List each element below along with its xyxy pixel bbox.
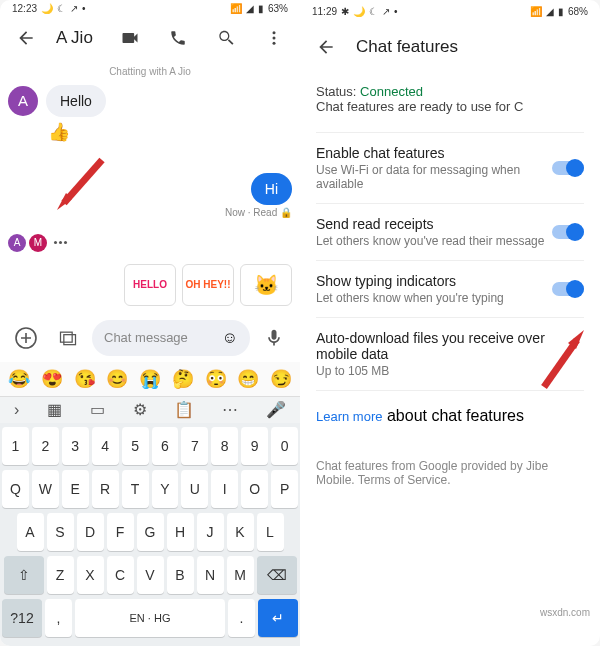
key-comma[interactable]: ,: [45, 599, 72, 637]
key-9[interactable]: 9: [241, 427, 268, 465]
key-l[interactable]: L: [257, 513, 284, 551]
search-button[interactable]: [208, 20, 244, 56]
key-i[interactable]: I: [211, 470, 238, 508]
sticker-cat[interactable]: 🐱: [240, 264, 292, 306]
svg-point-1: [273, 36, 276, 39]
key-h[interactable]: H: [167, 513, 194, 551]
back-button[interactable]: [308, 29, 344, 65]
learn-more-link[interactable]: Learn more: [316, 409, 382, 424]
key-o[interactable]: O: [241, 470, 268, 508]
key-r[interactable]: R: [92, 470, 119, 508]
setting-typing-indicators[interactable]: Show typing indicators Let others know w…: [316, 260, 584, 317]
contact-avatar[interactable]: A: [8, 86, 38, 116]
key-6[interactable]: 6: [152, 427, 179, 465]
setting-title: Enable chat features: [316, 145, 552, 161]
key-d[interactable]: D: [77, 513, 104, 551]
emoji-item[interactable]: 😊: [106, 368, 128, 390]
key-j[interactable]: J: [197, 513, 224, 551]
toggle-typing-indicators[interactable]: [552, 281, 584, 297]
emoji-item[interactable]: 😂: [8, 368, 30, 390]
wifi-icon: 📶: [530, 6, 542, 17]
key-enter[interactable]: ↵: [258, 599, 298, 637]
dnd-icon: ☾: [369, 6, 378, 17]
signal-icon: ◢: [246, 3, 254, 14]
notif-icon: ✱: [341, 6, 349, 17]
video-call-button[interactable]: [112, 20, 148, 56]
key-space[interactable]: EN · HG: [75, 599, 225, 637]
key-5[interactable]: 5: [122, 427, 149, 465]
outgoing-message[interactable]: Hi: [251, 173, 292, 205]
toggle-enable-chat[interactable]: [552, 160, 584, 176]
key-v[interactable]: V: [137, 556, 164, 594]
kb-settings-icon[interactable]: ⚙: [133, 400, 147, 419]
key-y[interactable]: Y: [152, 470, 179, 508]
emoji-item[interactable]: 😍: [41, 368, 63, 390]
emoji-item[interactable]: 😭: [139, 368, 161, 390]
chat-area: Chatting with A Jio A Hello 👍 Hi Now · R…: [0, 58, 300, 314]
key-s[interactable]: S: [47, 513, 74, 551]
key-w[interactable]: W: [32, 470, 59, 508]
emoji-item[interactable]: 😁: [237, 368, 259, 390]
sticker-hello[interactable]: HELLO: [124, 264, 176, 306]
key-q[interactable]: Q: [2, 470, 29, 508]
reaction-emoji[interactable]: 👍: [48, 121, 292, 143]
key-3[interactable]: 3: [62, 427, 89, 465]
keyboard-toolbar: › ▦ ▭ ⚙ 📋 ⋯ 🎤: [0, 396, 300, 423]
key-g[interactable]: G: [137, 513, 164, 551]
emoji-item[interactable]: 😘: [74, 368, 96, 390]
setting-enable-chat[interactable]: Enable chat features Use Wi-Fi or data f…: [316, 132, 584, 203]
key-m[interactable]: M: [227, 556, 254, 594]
key-8[interactable]: 8: [211, 427, 238, 465]
key-n[interactable]: N: [197, 556, 224, 594]
kb-chevron-icon[interactable]: ›: [14, 401, 19, 419]
emoji-item[interactable]: 😳: [205, 368, 227, 390]
key-0[interactable]: 0: [271, 427, 298, 465]
setting-title: Show typing indicators: [316, 273, 552, 289]
key-7[interactable]: 7: [181, 427, 208, 465]
kb-more-icon[interactable]: ⋯: [222, 400, 238, 419]
key-k[interactable]: K: [227, 513, 254, 551]
key-shift[interactable]: ⇧: [4, 556, 44, 594]
compose-input[interactable]: Chat message ☺: [92, 320, 250, 356]
chat-title[interactable]: A Jio: [56, 28, 100, 48]
key-4[interactable]: 4: [92, 427, 119, 465]
sticker-hey[interactable]: OH HEY!!: [182, 264, 234, 306]
key-backspace[interactable]: ⌫: [257, 556, 297, 594]
key-a[interactable]: A: [17, 513, 44, 551]
key-c[interactable]: C: [107, 556, 134, 594]
key-1[interactable]: 1: [2, 427, 29, 465]
key-symbols[interactable]: ?12: [2, 599, 42, 637]
emoji-item[interactable]: 🤔: [172, 368, 194, 390]
toggle-read-receipts[interactable]: [552, 224, 584, 240]
key-t[interactable]: T: [122, 470, 149, 508]
incoming-message[interactable]: Hello: [46, 85, 106, 117]
svg-point-0: [273, 31, 276, 34]
kb-gif-icon[interactable]: ▭: [90, 400, 105, 419]
key-b[interactable]: B: [167, 556, 194, 594]
call-button[interactable]: [160, 20, 196, 56]
setting-title: Send read receipts: [316, 216, 552, 232]
setting-read-receipts[interactable]: Send read receipts Let others know you'v…: [316, 203, 584, 260]
watermark: wsxdn.com: [540, 607, 590, 618]
back-button[interactable]: [8, 20, 44, 56]
kb-clipboard-icon[interactable]: 📋: [174, 400, 194, 419]
key-e[interactable]: E: [62, 470, 89, 508]
gallery-button[interactable]: [50, 320, 86, 356]
key-x[interactable]: X: [77, 556, 104, 594]
typing-avatar-m: M: [29, 234, 47, 252]
add-button[interactable]: [8, 320, 44, 356]
key-period[interactable]: .: [228, 599, 255, 637]
svg-point-2: [273, 41, 276, 44]
key-f[interactable]: F: [107, 513, 134, 551]
key-2[interactable]: 2: [32, 427, 59, 465]
more-button[interactable]: [256, 20, 292, 56]
key-u[interactable]: U: [181, 470, 208, 508]
emoji-item[interactable]: 😏: [270, 368, 292, 390]
kb-sticker-icon[interactable]: ▦: [47, 400, 62, 419]
kb-mic-icon[interactable]: 🎤: [266, 400, 286, 419]
emoji-picker-button[interactable]: ☺: [222, 329, 238, 347]
mic-button[interactable]: [256, 320, 292, 356]
emoji-suggestions: 😂 😍 😘 😊 😭 🤔 😳 😁 😏: [0, 362, 300, 396]
key-p[interactable]: P: [271, 470, 298, 508]
key-z[interactable]: Z: [47, 556, 74, 594]
